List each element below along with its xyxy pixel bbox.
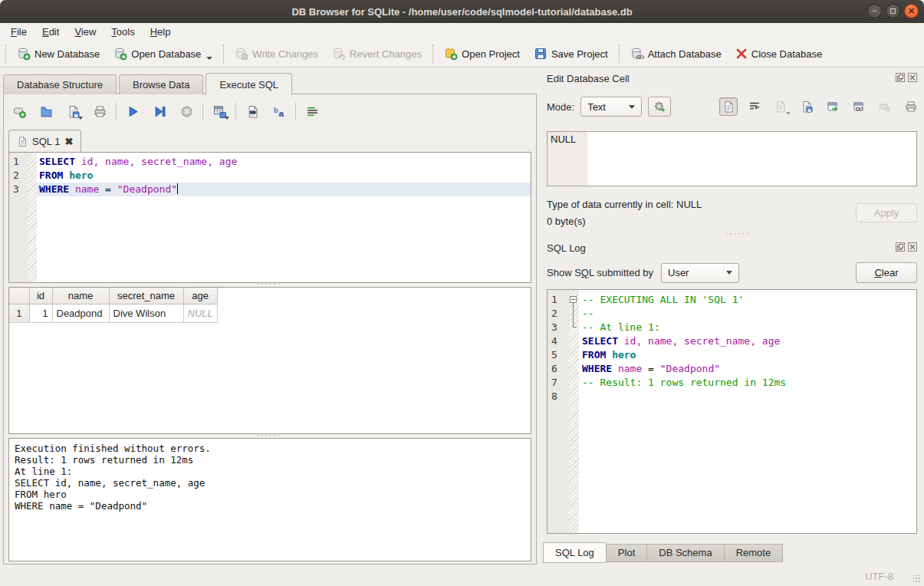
- cell-name[interactable]: Deadpond: [52, 304, 109, 322]
- open-database-button[interactable]: Open Database: [107, 44, 219, 64]
- execution-message-area[interactable]: Execution finished without errors. Resul…: [8, 438, 531, 561]
- cell-secret-name[interactable]: Dive Wilson: [109, 304, 183, 322]
- menu-help[interactable]: Help: [143, 24, 179, 40]
- save-file-dropdown-icon[interactable]: [78, 117, 83, 120]
- splitter-handle[interactable]: ······: [257, 282, 281, 285]
- cell-id[interactable]: 1: [29, 304, 52, 322]
- align-lines-icon: [306, 105, 319, 118]
- dock-tab-plot[interactable]: Plot: [607, 544, 647, 562]
- menu-file[interactable]: File: [3, 24, 35, 40]
- clear-log-button[interactable]: Clear: [856, 262, 917, 283]
- word-wrap-button[interactable]: [745, 97, 764, 116]
- open-in-app-button[interactable]: [824, 97, 842, 116]
- log-filter-combo[interactable]: User: [661, 263, 739, 283]
- open-sql-file-button[interactable]: [37, 102, 55, 120]
- resize-grip-icon[interactable]: [913, 575, 921, 583]
- editor-line[interactable]: 1 SELECT id, name, secret_name, age: [9, 155, 531, 169]
- copy-link-button[interactable]: [850, 97, 868, 116]
- open-project-button[interactable]: Open Project: [437, 44, 527, 64]
- import-icon: [774, 100, 787, 113]
- word-wrap-icon: [748, 100, 761, 113]
- revert-changes-button: Revert Changes: [325, 44, 429, 64]
- sql-log-view[interactable]: 1 -- EXECUTING ALL IN 'SQL 1' 2 -- 3 -- …: [547, 289, 917, 534]
- title-bar[interactable]: DB Browser for SQLite - /home/user/code/…: [0, 0, 924, 23]
- menu-view[interactable]: View: [67, 24, 104, 40]
- menu-bar: File Edit View Tools Help: [0, 23, 924, 41]
- dock-tab-sql-log[interactable]: SQL Log: [543, 542, 607, 563]
- print-cell-button[interactable]: [902, 97, 920, 116]
- open-database-dropdown-icon[interactable]: [206, 57, 212, 60]
- tab-browse-data[interactable]: Browse Data: [119, 74, 203, 94]
- splitter-handle[interactable]: ······: [725, 232, 750, 235]
- format-sql-button[interactable]: [303, 102, 321, 120]
- cell-age[interactable]: NULL: [183, 304, 217, 322]
- set-null-button: [876, 97, 894, 116]
- dock-float-icon[interactable]: [896, 242, 905, 252]
- column-header-age[interactable]: age: [183, 288, 217, 304]
- chevron-down-icon: [726, 271, 732, 275]
- menu-tools[interactable]: Tools: [104, 24, 142, 40]
- cell-type-info: Type of data currently in cell: NULL: [547, 199, 702, 210]
- edit-cell-dock-buttons: [896, 73, 917, 82]
- left-pane: Database Structure Browse Data Execute S…: [0, 67, 541, 568]
- menu-edit[interactable]: Edit: [35, 24, 67, 40]
- save-project-icon: [534, 47, 547, 61]
- dock-close-icon[interactable]: [908, 73, 917, 82]
- column-header-id[interactable]: id: [29, 288, 52, 304]
- close-database-button[interactable]: Close Database: [728, 44, 830, 63]
- fold-collapse-icon[interactable]: [570, 296, 577, 303]
- auto-complete-button[interactable]: ba: [270, 102, 288, 120]
- mode-row: Mode: Text: [547, 97, 671, 117]
- sql1-tab[interactable]: SQL 1 ✖: [8, 130, 81, 152]
- toolbar-separator: [202, 103, 203, 120]
- svg-text:a: a: [278, 107, 284, 117]
- print-sql-button[interactable]: [90, 102, 109, 120]
- auto-switch-mode-button[interactable]: [648, 97, 671, 117]
- mode-combo[interactable]: Text: [580, 97, 642, 117]
- save-results-dropdown-icon[interactable]: [225, 117, 229, 120]
- export-cell-button[interactable]: [797, 97, 816, 116]
- open-project-icon: [444, 47, 458, 61]
- main-tab-bar: Database Structure Browse Data Execute S…: [3, 73, 294, 94]
- new-sql-tab-button[interactable]: [10, 102, 28, 120]
- text-mode-button[interactable]: [719, 97, 738, 116]
- find-button[interactable]: [243, 102, 261, 120]
- editor-line[interactable]: 2 FROM hero: [9, 169, 531, 183]
- table-row: 1 1 Deadpond Dive Wilson NULL: [9, 304, 217, 322]
- dock-float-icon[interactable]: [896, 73, 905, 82]
- splitter-handle[interactable]: ······: [257, 434, 281, 437]
- execute-all-button[interactable]: [123, 102, 142, 120]
- close-button[interactable]: ✕: [904, 4, 919, 18]
- sql-editor[interactable]: 1 SELECT id, name, secret_name, age 2 FR…: [8, 152, 531, 283]
- row-header[interactable]: 1: [9, 304, 29, 322]
- save-results-button[interactable]: [210, 102, 229, 120]
- save-file-icon: [67, 105, 80, 118]
- execute-line-button[interactable]: [150, 102, 169, 120]
- play-icon: [127, 105, 140, 118]
- tab-database-structure[interactable]: Database Structure: [3, 74, 117, 94]
- cell-value-editor[interactable]: NULL: [547, 131, 917, 186]
- save-project-button[interactable]: Save Project: [527, 44, 615, 64]
- maximize-button[interactable]: [886, 4, 900, 18]
- encoding-indicator[interactable]: UTF-8: [865, 571, 893, 582]
- new-database-button[interactable]: New Database: [10, 44, 107, 64]
- save-sql-file-button[interactable]: [64, 102, 82, 120]
- minimize-button[interactable]: −: [867, 4, 882, 18]
- close-sql-tab-icon[interactable]: ✖: [64, 136, 73, 147]
- dock-close-icon[interactable]: [908, 242, 917, 252]
- column-header-secret-name[interactable]: secret_name: [109, 288, 183, 304]
- text-document-icon: [722, 100, 735, 113]
- log-line: 3 -- At line 1:: [547, 321, 916, 334]
- dock-tab-remote[interactable]: Remote: [725, 544, 784, 562]
- results-grid[interactable]: id name secret_name age 1 1 Deadpond Div…: [8, 287, 531, 434]
- attach-database-icon: [630, 47, 644, 61]
- corner-header[interactable]: [9, 288, 29, 304]
- column-header-name[interactable]: name: [52, 288, 109, 304]
- tab-execute-sql[interactable]: Execute SQL: [206, 73, 292, 95]
- editor-line-current[interactable]: 3 WHERE name = "Deadpond": [9, 183, 531, 196]
- attach-database-button[interactable]: Attach Database: [623, 44, 728, 64]
- log-line: 6 WHERE name = "Deadpond": [547, 362, 916, 376]
- revert-changes-icon: [332, 47, 346, 61]
- dock-tab-db-schema[interactable]: DB Schema: [647, 544, 724, 562]
- cell-size-info: 0 byte(s): [547, 216, 586, 227]
